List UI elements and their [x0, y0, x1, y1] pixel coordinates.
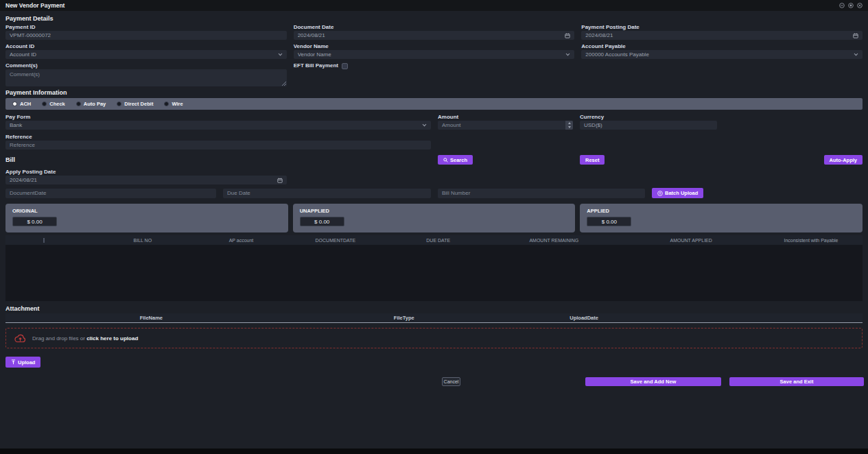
auto-apply-button[interactable]: Auto-Apply	[824, 155, 863, 165]
bill-actions-row: Bill Search Reset Auto-Apply	[5, 155, 863, 165]
close-icon[interactable]	[857, 3, 863, 8]
quantity-stepper	[565, 121, 573, 130]
amount-input[interactable]: Amount	[438, 121, 573, 130]
col-documentdate: DOCUMENTDATE	[280, 238, 391, 243]
unapplied-card: UNAPPLIED $ 0.00	[293, 204, 576, 232]
titlebar: New Vendor Payment	[0, 0, 868, 11]
eft-bill-payment-label: EFT Bill Payment	[294, 62, 338, 69]
account-id-select[interactable]: Account ID	[5, 50, 287, 59]
col-bill-no: BILL NO	[82, 238, 202, 243]
unapplied-card-value: $ 0.00	[300, 217, 344, 226]
payment-details-row-1: Payment ID Document Date 2024/08/21 Paym…	[5, 24, 863, 40]
reset-button[interactable]: Reset	[580, 155, 605, 165]
amount-label: Amount	[438, 114, 573, 121]
bill-number-filter-input[interactable]	[438, 189, 645, 198]
search-button[interactable]: Search	[438, 155, 473, 165]
dropzone-text: Drag and drop files or	[32, 335, 85, 342]
pay-form-label: Pay Form	[5, 114, 431, 121]
bill-filters-row: Batch Upload	[5, 188, 863, 198]
currency-field: Currency	[580, 114, 717, 130]
cancel-button[interactable]: Cancel	[442, 377, 460, 386]
calendar-icon[interactable]	[277, 178, 283, 183]
account-payable-select[interactable]: 200000 Accounts Payable	[581, 50, 863, 59]
file-dropzone[interactable]: Drag and drop files or click here to upl…	[5, 328, 863, 348]
radio-ach[interactable]: ACH	[12, 101, 31, 107]
reference-label: Reference	[5, 134, 431, 141]
account-id-label: Account ID	[5, 43, 287, 50]
col-uploaddate: UploadDate	[511, 315, 657, 321]
upload-icon	[11, 359, 16, 365]
stepper-down-icon[interactable]	[565, 126, 573, 130]
form-content: Payment Details Payment ID Document Date…	[0, 11, 868, 387]
payment-details-row-2: Account ID Account ID Vendor Name Vendor…	[5, 43, 863, 59]
bottom-bar	[0, 449, 868, 454]
payment-information-section-title: Payment Information	[5, 89, 863, 96]
pay-form-row: Pay Form Bank Amount Amount Currency	[5, 114, 863, 130]
chevron-down-icon	[854, 53, 858, 56]
dropzone-click-link[interactable]: click here to upload	[86, 335, 138, 342]
radio-icon	[42, 101, 47, 106]
currency-input[interactable]	[580, 121, 717, 130]
upload-circle-icon	[657, 191, 663, 196]
col-amount-applied: AMOUNT APPLIED	[622, 238, 760, 243]
apply-posting-date-input[interactable]: 2024/08/21	[5, 176, 287, 184]
col-filename: FileName	[5, 315, 297, 321]
radio-auto-pay[interactable]: Auto Pay	[76, 101, 106, 107]
original-card-value: $ 0.00	[12, 217, 57, 226]
eft-bill-payment-checkbox[interactable]	[342, 63, 348, 69]
document-date-filter-input[interactable]	[5, 189, 216, 198]
save-and-add-new-button[interactable]: Save and Add New	[585, 377, 721, 386]
chevron-down-icon	[565, 53, 570, 56]
apply-posting-date-label: Apply Posting Date	[5, 169, 287, 176]
payment-method-radio-group: ACH Check Auto Pay Direct Debit Wire	[5, 98, 863, 110]
radio-direct-debit[interactable]: Direct Debit	[117, 101, 153, 107]
eft-bill-payment-field: EFT Bill Payment	[294, 62, 575, 86]
radio-check[interactable]: Check	[42, 101, 65, 107]
document-date-input[interactable]: 2024/08/21	[294, 31, 575, 40]
account-payable-field: Account Payable 200000 Accounts Payable	[581, 43, 863, 59]
col-due-date: DUE DATE	[391, 238, 485, 243]
payment-details-section-title: Payment Details	[5, 15, 863, 22]
currency-label: Currency	[580, 114, 717, 121]
bill-table-header: BILL NO AP account DOCUMENTDATE DUE DATE…	[5, 235, 863, 245]
bill-table-body	[5, 245, 863, 301]
maximize-icon[interactable]	[848, 3, 854, 8]
footer-actions: Cancel Save and Add New Save and Exit	[5, 377, 863, 387]
window-controls	[839, 3, 863, 8]
reference-input[interactable]	[5, 141, 431, 150]
upload-button[interactable]: Upload	[5, 357, 40, 368]
radio-icon	[76, 101, 81, 106]
unapplied-card-label: UNAPPLIED	[300, 208, 569, 214]
vendor-name-select[interactable]: Vendor Name	[294, 50, 575, 59]
original-card: ORIGINAL $ 0.00	[5, 204, 288, 232]
comments-label: Comment(s)	[5, 62, 287, 69]
payment-id-input[interactable]	[5, 31, 287, 40]
payment-id-field: Payment ID	[5, 24, 287, 40]
account-id-field: Account ID Account ID	[5, 43, 287, 59]
attachment-section-title: Attachment	[5, 305, 863, 312]
payment-posting-date-input[interactable]: 2024/08/21	[581, 31, 863, 40]
vendor-name-field: Vendor Name Vendor Name	[294, 43, 575, 59]
radio-icon	[117, 101, 121, 106]
chevron-down-icon	[422, 123, 427, 127]
payment-details-row-3: Comment(s) EFT Bill Payment	[5, 62, 863, 86]
select-all-checkbox[interactable]	[43, 238, 45, 243]
vendor-name-label: Vendor Name	[294, 43, 575, 50]
original-card-label: ORIGINAL	[12, 208, 281, 214]
pay-form-select[interactable]: Bank	[5, 121, 431, 130]
radio-icon	[164, 101, 169, 106]
radio-wire[interactable]: Wire	[164, 101, 183, 107]
calendar-icon[interactable]	[853, 33, 858, 38]
batch-upload-button[interactable]: Batch Upload	[652, 188, 703, 198]
comments-textarea[interactable]	[5, 69, 287, 86]
due-date-filter-input[interactable]	[223, 189, 431, 198]
calendar-icon[interactable]	[565, 33, 570, 38]
save-and-exit-button[interactable]: Save and Exit	[729, 377, 864, 386]
pay-form-field: Pay Form Bank	[5, 114, 431, 130]
col-ap-account: AP account	[202, 238, 279, 243]
page-title: New Vendor Payment	[5, 2, 64, 9]
summary-cards: ORIGINAL $ 0.00 UNAPPLIED $ 0.00 APPLIED…	[5, 204, 863, 232]
minimize-icon[interactable]	[839, 3, 845, 8]
cloud-upload-icon	[14, 334, 26, 343]
chevron-down-icon	[278, 53, 283, 56]
